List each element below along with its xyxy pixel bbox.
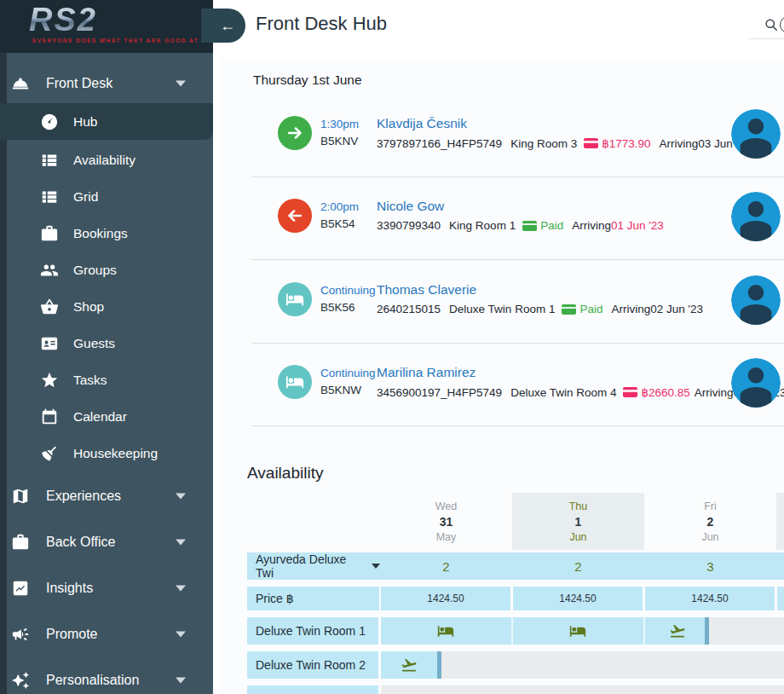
sidebar-item-tasks[interactable]: Tasks	[0, 361, 213, 398]
day-header-fri[interactable]: Fri 2 Jun	[644, 493, 776, 550]
sidebar-item-label: Groups	[73, 263, 117, 278]
sidebar-item-housekeeping[interactable]: Housekeeping	[0, 435, 213, 471]
day-number: 31	[380, 514, 512, 529]
front-desk-hub-app: RS2 EVERYONE DOES WHAT THEY ARE GOOD AT …	[0, 0, 784, 694]
guest-name-link[interactable]: Thomas Claverie	[377, 282, 476, 298]
guest-avatar[interactable]	[731, 358, 781, 408]
credit-card-icon	[584, 138, 598, 148]
payment-status: Paid	[579, 303, 602, 315]
sidebar-item-promote[interactable]: Promote	[0, 614, 213, 655]
id-card-icon	[39, 333, 60, 354]
empty-cell[interactable]	[441, 651, 784, 679]
room-type-selector[interactable]: Ayurveda Deluxe Twi	[247, 552, 380, 580]
day-header-wed[interactable]: Wed 31 May	[380, 493, 512, 550]
payment-amount: ฿1773.90	[602, 136, 650, 150]
room-name: King Room 3	[510, 137, 577, 150]
page-title: Front Desk Hub	[256, 13, 387, 35]
price-cell-clipped	[777, 587, 784, 610]
room-name: King Room 1	[449, 219, 516, 232]
sidebar-item-front-desk[interactable]: Front Desk	[0, 65, 213, 101]
sidebar-item-personalisation[interactable]: Personalisation	[0, 660, 213, 694]
sidebar-item-label: Hub	[73, 114, 97, 130]
booking-row[interactable]: 1:30pm B5KNV Klavdija Česnik 3797897166_…	[213, 95, 784, 177]
availability-count[interactable]: 2	[380, 552, 512, 580]
booking-ref: B5KNV	[320, 135, 358, 147]
room-type-label: Ayurveda Deluxe Twi	[256, 552, 365, 580]
logo[interactable]: RS2 EVERYONE DOES WHAT THEY ARE GOOD AT	[0, 0, 213, 53]
room-row-label: Deluxe Twin Room 2	[247, 651, 378, 679]
day-of-week: Wed	[380, 499, 512, 514]
price-cell[interactable]: 1424.50	[645, 587, 775, 610]
booking-row[interactable]: Continuing B5K56 Thomas Claverie 2640215…	[213, 262, 784, 344]
day-number: 2	[644, 514, 776, 529]
price-row-label: Price ฿	[247, 587, 379, 610]
chevron-down-icon	[176, 80, 186, 86]
sidebar-item-availability[interactable]: Availability	[0, 142, 213, 178]
sidebar-item-label: Back Office	[46, 535, 116, 550]
day-header-clipped	[776, 493, 784, 550]
booking-ref: B5K54	[320, 217, 355, 230]
payment-status: Paid	[540, 219, 563, 232]
sidebar-item-back-office[interactable]: Back Office	[0, 522, 213, 563]
booking-bar[interactable]	[381, 651, 437, 679]
sidebar: RS2 EVERYONE DOES WHAT THEY ARE GOOD AT …	[0, 0, 213, 694]
briefcase-icon	[39, 223, 60, 244]
sidebar-item-label: Shop	[73, 299, 104, 315]
sidebar-item-shop[interactable]: Shop	[0, 288, 213, 325]
credit-card-icon	[623, 387, 637, 397]
sidebar-item-calendar[interactable]: Calendar	[0, 398, 213, 435]
concierge-bell-icon	[10, 73, 31, 94]
sidebar-item-label: Experiences	[46, 489, 121, 504]
guest-avatar[interactable]	[731, 109, 781, 159]
day-month: Jun	[512, 529, 644, 545]
sidebar-item-grid[interactable]: Grid	[0, 178, 213, 215]
day-of-week: Fri	[644, 499, 776, 514]
sidebar-item-groups[interactable]: Groups	[0, 252, 213, 288]
chevron-down-icon	[176, 540, 186, 546]
logo-tagline: EVERYONE DOES WHAT THEY ARE GOOD AT	[32, 38, 199, 43]
guest-avatar[interactable]	[731, 275, 781, 325]
day-header-thu-today[interactable]: Thu 1 Jun	[512, 493, 644, 550]
sidebar-item-experiences[interactable]: Experiences	[0, 476, 213, 517]
sidebar-item-label: Calendar	[73, 409, 127, 425]
guest-avatar[interactable]	[731, 192, 781, 241]
sidebar-item-guests[interactable]: Guests	[0, 325, 213, 361]
availability-count[interactable]: 2	[512, 552, 644, 580]
sidebar-item-label: Availability	[73, 153, 135, 168]
empty-cell[interactable]	[709, 617, 784, 645]
availability-count-clipped	[776, 552, 784, 580]
bed-icon	[278, 282, 312, 316]
booking-status: Continuing	[320, 284, 376, 297]
booking-ref: B5K56	[320, 301, 355, 314]
price-cell[interactable]: 1424.50	[513, 587, 643, 610]
arriving-label: Arriving	[695, 386, 734, 399]
price-cell[interactable]: 1424.50	[381, 587, 510, 610]
sidebar-item-label: Grid	[73, 189, 98, 205]
map-icon	[10, 486, 31, 506]
bed-icon	[278, 365, 312, 399]
empty-cell[interactable]	[381, 685, 784, 694]
availability-count[interactable]: 3	[644, 552, 776, 580]
gauge-icon	[39, 112, 60, 132]
logo-text: RS2	[29, 2, 97, 38]
sidebar-item-insights[interactable]: Insights	[0, 568, 213, 609]
booking-bar[interactable]	[381, 617, 705, 645]
booking-details: 2640215015 Deluxe Twin Room 1 Paid Arriv…	[377, 303, 703, 315]
sidebar-item-bookings[interactable]: Bookings	[0, 215, 213, 252]
booking-details: 3390799340 King Room 1 Paid Arriving01 J…	[377, 219, 664, 232]
back-button[interactable]: ←	[201, 9, 245, 43]
sidebar-item-hub[interactable]: Hub	[0, 103, 213, 140]
room-name: Deluxe Twin Room 1	[449, 303, 555, 315]
day-number: 1	[512, 514, 644, 529]
account-number: 3797897166_H4FP5749	[377, 137, 502, 150]
guest-name-link[interactable]: Marilina Ramirez	[377, 365, 476, 380]
sidebar-item-label: Bookings	[73, 226, 128, 241]
search-icon[interactable]	[763, 16, 780, 33]
guest-name-link[interactable]: Klavdija Česnik	[377, 116, 467, 131]
megaphone-icon	[10, 624, 31, 645]
booking-time: 1:30pm	[320, 118, 359, 130]
guest-name-link[interactable]: Nicole Gow	[377, 199, 444, 214]
booking-row[interactable]: Continuing B5KNW Marilina Ramirez 345690…	[213, 344, 784, 426]
booking-row[interactable]: 2:00pm B5K54 Nicole Gow 3390799340 King …	[213, 178, 784, 260]
booking-time: 2:00pm	[320, 200, 359, 213]
